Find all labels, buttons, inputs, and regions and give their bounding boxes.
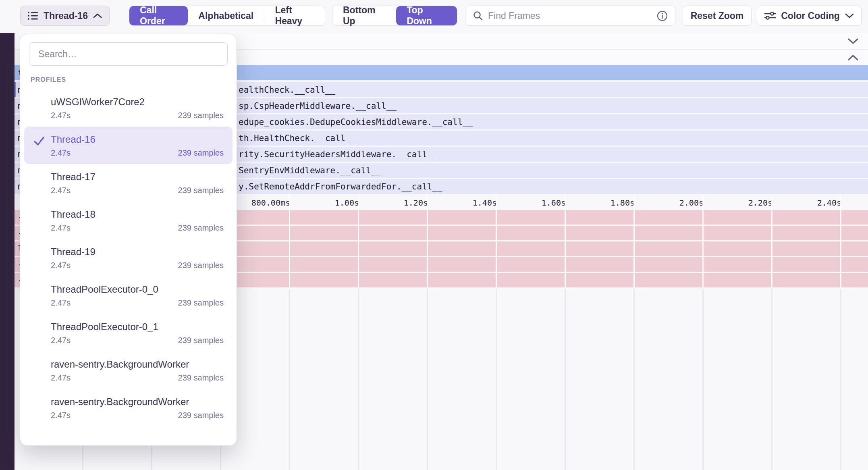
profile-samples: 239 samples xyxy=(178,111,224,120)
frame-label: ealthCheck.__call__ xyxy=(239,85,335,95)
profile-samples: 239 samples xyxy=(178,261,224,270)
profile-name: Thread-17 xyxy=(51,171,224,183)
chevron-up-icon[interactable] xyxy=(847,54,859,61)
app-sidebar-edge xyxy=(0,0,15,470)
profile-item[interactable]: ThreadPoolExecutor-0_0 2.47s239 samples xyxy=(24,277,233,314)
profile-name: ThreadPoolExecutor-0_1 xyxy=(51,321,224,333)
sort-option-left-heavy[interactable]: Left Heavy xyxy=(264,6,325,25)
frame-label: sp.CspHeaderMiddleware.__call__ xyxy=(239,101,397,111)
sort-option-call-order[interactable]: Call Order xyxy=(129,6,188,25)
toolbar: Thread-16 Call Order Alphabetical Left H… xyxy=(0,0,868,33)
profile-item[interactable]: Thread-19 2.47s239 samples xyxy=(24,239,233,277)
axis-tick: 1.20s xyxy=(359,198,428,208)
frame-label: SentryEnvMiddleware.__call__ xyxy=(239,166,381,175)
find-frames-input[interactable] xyxy=(488,10,652,21)
profile-samples: 239 samples xyxy=(178,223,224,233)
axis-tick: 1.40s xyxy=(428,198,497,208)
axis-tick: 1.00s xyxy=(291,198,359,208)
profile-samples: 239 samples xyxy=(178,411,224,420)
profile-samples: 239 samples xyxy=(178,148,224,158)
profile-name: raven-sentry.BackgroundWorker xyxy=(51,396,224,408)
reset-zoom-label: Reset Zoom xyxy=(691,10,744,21)
profile-name: Thread-19 xyxy=(51,246,224,258)
chevron-down-icon xyxy=(845,13,854,19)
color-coding-button[interactable]: Color Coding xyxy=(757,6,862,26)
thread-dropdown-panel: PROFILES uWSGIWorker7Core2 2.47s239 samp… xyxy=(20,34,237,446)
dropdown-search-input[interactable] xyxy=(29,42,228,66)
color-coding-label: Color Coding xyxy=(781,10,840,21)
checkmark-icon xyxy=(33,135,45,147)
axis-tick: 2.00s xyxy=(635,198,704,208)
profile-name: raven-sentry.BackgroundWorker xyxy=(51,359,224,370)
info-icon[interactable] xyxy=(657,10,668,21)
profile-duration: 2.47s xyxy=(51,336,71,345)
thread-selector-label: Thread-16 xyxy=(44,10,88,21)
profile-item[interactable]: Thread-18 2.47s239 samples xyxy=(24,202,233,239)
sliders-icon xyxy=(764,11,776,21)
frame-label: rity.SecurityHeadersMiddleware.__call__ xyxy=(239,150,437,159)
direction-segmented-control: Bottom Up Top Down xyxy=(332,6,457,26)
profile-item[interactable]: raven-sentry.BackgroundWorker 2.47s239 s… xyxy=(24,389,233,426)
profile-item[interactable]: uWSGIWorker7Core2 2.47s239 samples xyxy=(24,89,233,127)
profiles-section-label: PROFILES xyxy=(31,76,226,83)
axis-tick: 2.40s xyxy=(773,198,841,208)
frame-label: th.HealthCheck.__call__ xyxy=(239,133,356,143)
profile-samples: 239 samples xyxy=(178,373,224,383)
axis-tick: 1.80s xyxy=(566,198,635,208)
thread-selector-button[interactable]: Thread-16 xyxy=(20,6,110,26)
thread-list-icon xyxy=(27,11,39,21)
profile-duration: 2.47s xyxy=(51,411,71,420)
profile-duration: 2.47s xyxy=(51,261,71,270)
sort-segmented-control: Call Order Alphabetical Left Heavy xyxy=(129,6,325,26)
profile-name: Thread-18 xyxy=(51,209,224,220)
profile-item[interactable]: Thread-17 2.47s239 samples xyxy=(24,164,233,202)
profile-item-selected[interactable]: Thread-16 2.47s239 samples xyxy=(24,127,233,164)
profile-samples: 239 samples xyxy=(178,298,224,308)
profile-duration: 2.47s xyxy=(51,186,71,195)
profile-name: Thread-16 xyxy=(51,134,224,145)
profile-duration: 2.47s xyxy=(51,111,71,120)
sort-option-alphabetical[interactable]: Alphabetical xyxy=(188,6,264,25)
profile-duration: 2.47s xyxy=(51,223,71,233)
axis-tick: 2.20s xyxy=(704,198,772,208)
find-frames-search[interactable] xyxy=(465,6,675,26)
chevron-up-icon xyxy=(93,13,102,19)
profile-item[interactable]: raven-sentry.BackgroundWorker 2.47s239 s… xyxy=(24,351,233,389)
profile-samples: 239 samples xyxy=(178,336,224,345)
frame-label: edupe_cookies.DedupeCookiesMiddleware.__… xyxy=(239,117,473,127)
profile-name: ThreadPoolExecutor-0_0 xyxy=(51,284,224,295)
axis-tick: 1.60s xyxy=(497,198,566,208)
chevron-down-icon[interactable] xyxy=(847,37,859,45)
profile-item[interactable]: ThreadPoolExecutor-0_1 2.47s239 samples xyxy=(24,314,233,351)
profile-name: uWSGIWorker7Core2 xyxy=(51,96,224,108)
direction-option-bottom-up[interactable]: Bottom Up xyxy=(332,6,396,25)
search-icon xyxy=(473,10,483,21)
profile-duration: 2.47s xyxy=(51,298,71,308)
reset-zoom-button[interactable]: Reset Zoom xyxy=(683,6,752,26)
direction-option-top-down[interactable]: Top Down xyxy=(396,6,457,25)
frame-label: y.SetRemoteAddrFromForwardedFor.__call__ xyxy=(239,182,442,191)
profile-samples: 239 samples xyxy=(178,186,224,195)
profile-duration: 2.47s xyxy=(51,148,71,158)
frame-edge-marker xyxy=(15,82,16,97)
profile-duration: 2.47s xyxy=(51,373,71,383)
